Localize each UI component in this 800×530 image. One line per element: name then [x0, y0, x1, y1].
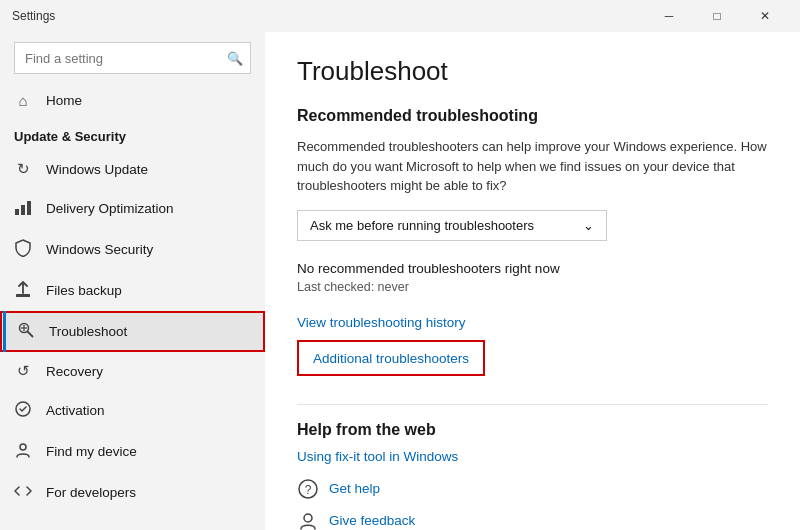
- search-icon: 🔍: [227, 51, 243, 66]
- sidebar-item-label: Windows Security: [46, 242, 251, 257]
- app-title: Settings: [12, 9, 646, 23]
- recommended-section-title: Recommended troubleshooting: [297, 107, 768, 125]
- find-my-device-icon: [14, 441, 32, 462]
- status-sub: Last checked: never: [297, 280, 768, 294]
- sidebar-item-label: Find my device: [46, 444, 251, 459]
- sidebar-item-files-backup[interactable]: Files backup: [0, 270, 265, 311]
- additional-troubleshooters-box[interactable]: Additional troubleshooters: [297, 340, 485, 376]
- sidebar-item-label: Activation: [46, 403, 251, 418]
- dropdown-value: Ask me before running troubleshooters: [310, 218, 534, 233]
- for-developers-icon: [14, 482, 32, 503]
- web-link[interactable]: Using fix-it tool in Windows: [297, 449, 768, 464]
- maximize-button[interactable]: □: [694, 0, 740, 32]
- sidebar-item-label: Home: [46, 93, 251, 108]
- delivery-optimization-icon: [14, 198, 32, 219]
- sidebar: 🔍 ⌂ Home Update & Security ↻ Windows Upd…: [0, 32, 265, 530]
- sidebar-section-header: Update & Security: [0, 119, 265, 150]
- activation-icon: [14, 400, 32, 421]
- sidebar-item-label: For developers: [46, 485, 251, 500]
- sidebar-item-label: Recovery: [46, 364, 251, 379]
- status-text: No recommended troubleshooters right now: [297, 261, 768, 276]
- get-help-label: Get help: [329, 481, 380, 496]
- section-divider: [297, 404, 768, 405]
- app-body: 🔍 ⌂ Home Update & Security ↻ Windows Upd…: [0, 32, 800, 530]
- get-help-row[interactable]: ? Get help: [297, 478, 768, 500]
- main-content: Troubleshoot Recommended troubleshooting…: [265, 32, 800, 530]
- recovery-icon: ↺: [14, 362, 32, 380]
- get-help-icon: ?: [297, 478, 319, 500]
- svg-line-5: [28, 332, 33, 337]
- files-backup-icon: [14, 280, 32, 301]
- view-history-link[interactable]: View troubleshooting history: [297, 315, 466, 330]
- svg-rect-1: [21, 205, 25, 215]
- svg-rect-3: [16, 294, 30, 297]
- sidebar-item-recovery[interactable]: ↺ Recovery: [0, 352, 265, 390]
- help-section-title: Help from the web: [297, 421, 768, 439]
- close-button[interactable]: ✕: [742, 0, 788, 32]
- svg-text:?: ?: [305, 483, 312, 497]
- sidebar-item-activation[interactable]: Activation: [0, 390, 265, 431]
- title-bar: Settings ─ □ ✕: [0, 0, 800, 32]
- svg-rect-2: [27, 201, 31, 215]
- troubleshoot-icon: [17, 321, 35, 342]
- give-feedback-icon: [297, 510, 319, 531]
- svg-point-12: [304, 514, 312, 522]
- sidebar-item-windows-security[interactable]: Windows Security: [0, 229, 265, 270]
- sidebar-item-home[interactable]: ⌂ Home: [0, 82, 265, 119]
- sidebar-item-label: Files backup: [46, 283, 251, 298]
- windows-security-icon: [14, 239, 32, 260]
- give-feedback-label: Give feedback: [329, 513, 415, 528]
- home-icon: ⌂: [14, 92, 32, 109]
- sidebar-item-troubleshoot[interactable]: Troubleshoot: [0, 311, 265, 352]
- sidebar-item-windows-update[interactable]: ↻ Windows Update: [0, 150, 265, 188]
- windows-update-icon: ↻: [14, 160, 32, 178]
- search-container: 🔍: [14, 42, 251, 74]
- give-feedback-row[interactable]: Give feedback: [297, 510, 768, 531]
- sidebar-item-for-developers[interactable]: For developers: [0, 472, 265, 513]
- svg-rect-0: [15, 209, 19, 215]
- svg-point-9: [20, 444, 26, 450]
- page-title: Troubleshoot: [297, 56, 768, 87]
- sidebar-item-label: Troubleshoot: [49, 324, 251, 339]
- sidebar-item-delivery-optimization[interactable]: Delivery Optimization: [0, 188, 265, 229]
- sidebar-item-label: Windows Update: [46, 162, 251, 177]
- minimize-button[interactable]: ─: [646, 0, 692, 32]
- chevron-down-icon: ⌄: [583, 218, 594, 233]
- troubleshooter-dropdown[interactable]: Ask me before running troubleshooters ⌄: [297, 210, 607, 241]
- recommended-description: Recommended troubleshooters can help imp…: [297, 137, 768, 196]
- sidebar-item-label: Delivery Optimization: [46, 201, 251, 216]
- additional-troubleshooters-link[interactable]: Additional troubleshooters: [313, 351, 469, 366]
- window-controls: ─ □ ✕: [646, 0, 788, 32]
- sidebar-item-find-my-device[interactable]: Find my device: [0, 431, 265, 472]
- search-input[interactable]: [14, 42, 251, 74]
